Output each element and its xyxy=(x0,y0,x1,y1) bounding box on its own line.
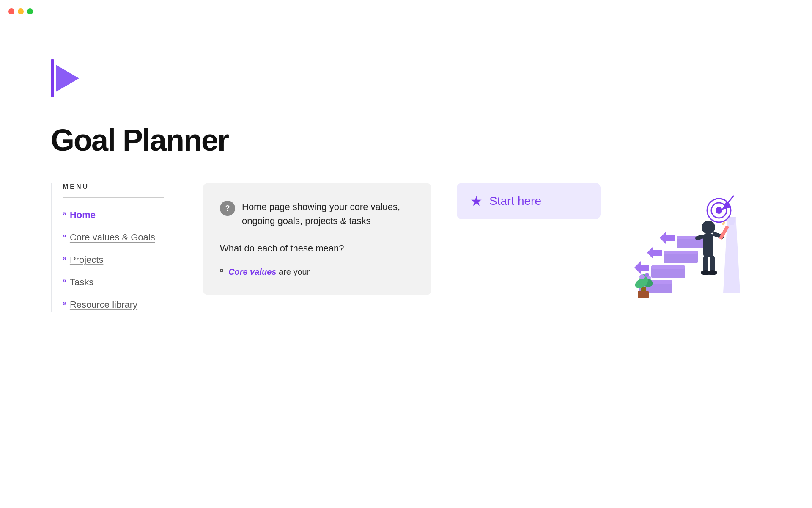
core-values-highlight: Core values xyxy=(228,267,276,276)
sidebar-item-resource-library[interactable]: » Resource library xyxy=(63,298,186,312)
window-controls xyxy=(8,8,33,14)
svg-marker-9 xyxy=(647,246,662,259)
close-button[interactable] xyxy=(8,8,14,14)
svg-point-35 xyxy=(647,276,651,279)
question-icon: ? xyxy=(220,201,235,216)
bullet-rest: are your xyxy=(279,267,310,276)
svg-rect-29 xyxy=(638,291,649,298)
svg-marker-10 xyxy=(660,232,675,244)
menu-divider xyxy=(63,197,164,198)
sidebar-item-tasks[interactable]: » Tasks xyxy=(63,275,186,289)
chevron-icon: » xyxy=(63,208,66,219)
right-top: ? Home page showing your core values, on… xyxy=(203,183,753,310)
sidebar-item-label: Projects xyxy=(70,253,103,267)
svg-point-18 xyxy=(702,221,715,234)
page-title: Goal Planner xyxy=(51,123,541,157)
sidebar-item-label: Tasks xyxy=(70,275,93,289)
info-card-header: ? Home page showing your core values, on… xyxy=(220,200,414,228)
illustration-svg xyxy=(626,183,753,310)
svg-point-27 xyxy=(707,270,717,275)
sidebar-item-label: Resource library xyxy=(70,298,137,312)
svg-rect-5 xyxy=(664,251,698,254)
sidebar-item-label: Home xyxy=(70,208,96,222)
logo-area xyxy=(51,59,541,97)
info-main-text: Home page showing your core values, ongo… xyxy=(242,200,414,228)
svg-marker-8 xyxy=(634,261,649,274)
start-here-card[interactable]: ★ Start here xyxy=(457,183,601,219)
start-here-text: Start here xyxy=(489,194,541,208)
sidebar-item-core-values[interactable]: » Core values & Goals xyxy=(63,230,186,244)
question-mark: ? xyxy=(225,204,230,213)
sidebar-border: MENU » Home » Core values & Goals » Proj… xyxy=(51,183,186,312)
chevron-icon: » xyxy=(63,253,66,264)
main-container: Goal Planner MENU » Home » Core values &… xyxy=(0,0,592,354)
info-card: ? Home page showing your core values, on… xyxy=(203,183,431,295)
svg-rect-3 xyxy=(651,265,685,269)
info-secondary-text: What do each of these mean? xyxy=(220,241,414,255)
chevron-icon: » xyxy=(63,230,66,241)
right-panel: ? Home page showing your core values, on… xyxy=(203,183,753,310)
sidebar-item-label: Core values & Goals xyxy=(70,230,155,244)
bullet-dot xyxy=(220,269,223,272)
bullet-text: Core values are your xyxy=(228,265,310,278)
menu-label: MENU xyxy=(63,183,186,190)
sidebar: MENU » Home » Core values & Goals » Proj… xyxy=(51,183,203,320)
chevron-icon: » xyxy=(63,275,66,286)
bullet-list: Core values are your xyxy=(220,265,414,278)
sidebar-item-home[interactable]: » Home xyxy=(63,208,186,222)
illustration-area xyxy=(626,183,753,310)
chevron-icon: » xyxy=(63,298,66,309)
star-icon: ★ xyxy=(470,193,483,209)
svg-rect-19 xyxy=(703,234,713,257)
maximize-button[interactable] xyxy=(27,8,33,14)
bullet-item: Core values are your xyxy=(220,265,414,278)
svg-point-15 xyxy=(716,207,722,214)
minimize-button[interactable] xyxy=(18,8,24,14)
sidebar-item-projects[interactable]: » Projects xyxy=(63,253,186,267)
logo-icon xyxy=(51,59,541,97)
logo-bar xyxy=(51,59,54,97)
logo-triangle xyxy=(56,65,79,92)
content-layout: MENU » Home » Core values & Goals » Proj… xyxy=(51,183,541,320)
svg-point-33 xyxy=(639,274,645,279)
